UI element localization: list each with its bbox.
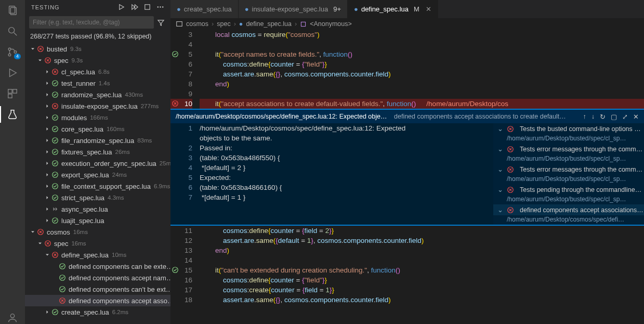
twistie-icon[interactable]	[44, 217, 51, 224]
stop-tests-icon[interactable]	[143, 3, 151, 11]
twistie-icon[interactable]	[44, 92, 51, 98]
twistie-icon[interactable]	[44, 160, 51, 166]
tree-item-label: defined components accept nam…	[69, 274, 170, 282]
peek-code[interactable]: 1 234567 /home/aurum/Desktop/cosmos/spec…	[170, 123, 493, 225]
twistie-icon[interactable]	[44, 206, 51, 212]
twistie-icon[interactable]	[44, 309, 51, 315]
filter-input[interactable]	[29, 16, 154, 29]
test-tree-item[interactable]: defined components accept asso…	[25, 295, 170, 306]
twistie-icon[interactable]	[44, 149, 51, 155]
tab-close-icon[interactable]: ✕	[426, 5, 431, 13]
twistie-icon[interactable]	[44, 69, 51, 75]
test-summary: 268/277 tests passed (96.8%, 12 skipped)	[25, 31, 170, 43]
editor-tab[interactable]: ●define_spec.luaM✕	[348, 0, 438, 18]
source-control-icon[interactable]: 4	[6, 46, 19, 58]
run-tests-icon[interactable]	[117, 3, 125, 11]
filter-icon[interactable]	[157, 19, 166, 27]
extensions-icon[interactable]	[6, 87, 19, 100]
test-tree-item[interactable]: randomize_spec.lua430ms	[25, 89, 170, 100]
accounts-icon[interactable]	[6, 312, 19, 324]
peek-open-icon[interactable]: ▢	[611, 113, 617, 121]
test-tree-item[interactable]: file_context_support_spec.lua6.9ms	[25, 180, 170, 192]
testing-icon[interactable]	[6, 108, 19, 121]
twistie-icon[interactable]	[44, 183, 51, 189]
test-tree-item[interactable]: create_spec.lua6.2ms	[25, 306, 170, 318]
twistie-icon[interactable]	[29, 229, 36, 235]
test-tree-item[interactable]: spec16ms	[25, 238, 170, 249]
peek-result-label: defined components accept associations…	[520, 206, 643, 214]
peek-result-item[interactable]: ⌄defined components accept associations…	[493, 204, 644, 215]
status-pass-icon	[51, 194, 59, 201]
explorer-icon[interactable]	[6, 4, 19, 17]
test-tree-item[interactable]: defined components accept nam…	[25, 272, 170, 283]
twistie-icon[interactable]	[36, 57, 44, 63]
peek-result-item[interactable]: ⌄Tests the busted command-line options …	[493, 123, 644, 134]
twistie-icon[interactable]	[29, 46, 36, 52]
twistie-icon[interactable]	[44, 103, 51, 109]
test-tree-item[interactable]: busted9.3s	[25, 43, 170, 55]
test-tree-item[interactable]: async_spec.lua	[25, 203, 170, 215]
peek-results-list[interactable]: ⌄Tests the busted command-line options ……	[493, 123, 644, 225]
debug-tests-icon[interactable]	[130, 3, 138, 11]
search-icon[interactable]	[6, 25, 19, 37]
svg-point-29	[52, 138, 58, 144]
test-tree-item[interactable]: strict_spec.lua4.3ms	[25, 192, 170, 203]
tree-item-label: export_spec.lua	[61, 171, 109, 179]
status-pass-icon	[51, 125, 59, 133]
code-editor-bottom[interactable]: 1112131415161718 cosmos:define{counter =…	[170, 226, 644, 324]
svg-marker-14	[132, 5, 135, 9]
peek-prev-icon[interactable]: ↑	[583, 113, 586, 121]
svg-rect-9	[13, 89, 17, 93]
test-tree-item[interactable]: defined components can be exte…	[25, 261, 170, 272]
twistie-icon[interactable]	[44, 80, 51, 86]
test-tree-item[interactable]: cl_spec.lua6.8s	[25, 66, 170, 77]
peek-expand-icon[interactable]: ⤢	[622, 113, 628, 121]
peek-close-icon[interactable]: ✕	[633, 113, 639, 121]
breadcrumb-item[interactable]: <Anonymous>	[310, 20, 352, 28]
test-tree-item[interactable]: luajit_spec.lua	[25, 215, 170, 226]
peek-result-path: /home/aurum/Desktop/cosmos/spec/defi…	[493, 215, 644, 225]
peek-refresh-icon[interactable]: ↻	[600, 113, 606, 121]
peek-result-item[interactable]: ⌄Tests error messages through the comm…	[493, 164, 644, 175]
peek-result-item[interactable]: ⌄Tests error messages through the comm…	[493, 144, 644, 154]
peek-result-path: /home/aurum/Desktop/busted/spec/cl_sp…	[493, 175, 644, 184]
lua-file-icon: ●	[245, 5, 249, 13]
test-tree-item[interactable]: defined components can't be ext…	[25, 283, 170, 295]
test-tree-item[interactable]: insulate-expose_spec.lua277ms	[25, 100, 170, 112]
run-debug-icon[interactable]	[6, 67, 19, 79]
breadcrumb-item[interactable]: define_spec.lua	[246, 20, 292, 28]
twistie-icon[interactable]	[44, 137, 51, 144]
test-tree-item[interactable]: file_randomize_spec.lua83ms	[25, 135, 170, 146]
breadcrumbs[interactable]: cosmos› spec› ●define_spec.lua› <Anonymo…	[170, 18, 644, 30]
twistie-icon[interactable]	[44, 114, 51, 121]
test-tree-item[interactable]: core_spec.lua160ms	[25, 123, 170, 135]
twistie-icon[interactable]	[36, 240, 44, 247]
twistie-icon[interactable]	[44, 195, 51, 201]
twistie-icon[interactable]	[44, 252, 51, 258]
duration-label: 6.9ms	[154, 183, 170, 189]
breadcrumb-item[interactable]: spec	[217, 20, 230, 28]
svg-point-12	[10, 314, 14, 318]
editor-tab[interactable]: ●insulate-expose_spec.lua9+	[239, 0, 348, 18]
twistie-icon[interactable]	[44, 126, 51, 132]
peek-header: /home/aurum/Desktop/cosmos/spec/define_s…	[170, 110, 644, 123]
twistie-icon[interactable]	[44, 172, 51, 178]
test-tree-item[interactable]: define_spec.lua10ms	[25, 249, 170, 261]
peek-next-icon[interactable]: ↓	[592, 113, 595, 121]
editor-tab[interactable]: ●create_spec.lua	[170, 0, 239, 18]
test-tree-item[interactable]: execution_order_sync_spec.lua25ms	[25, 158, 170, 169]
tab-label: create_spec.lua	[184, 5, 232, 13]
test-tree-item[interactable]: fixtures_spec.lua26ms	[25, 146, 170, 158]
test-tree[interactable]: busted9.3sspec9.3scl_spec.lua6.8stest_ru…	[25, 43, 170, 324]
more-actions-icon[interactable]	[156, 3, 164, 11]
peek-result-item[interactable]: ⌄Tests pending through the commandline…	[493, 184, 644, 195]
test-tree-item[interactable]: export_spec.lua24ms	[25, 169, 170, 180]
breadcrumb-item[interactable]: cosmos	[186, 20, 208, 28]
status-fail-icon	[36, 45, 45, 53]
test-tree-item[interactable]: test_runner1.4s	[25, 77, 170, 89]
tab-label: insulate-expose_spec.lua	[252, 5, 328, 13]
code-editor-top[interactable]: 345678910 local cosmos = require("cosmos…	[170, 30, 644, 109]
test-tree-item[interactable]: modules166ms	[25, 112, 170, 123]
test-tree-item[interactable]: spec9.3s	[25, 55, 170, 66]
test-tree-item[interactable]: cosmos16ms	[25, 226, 170, 238]
